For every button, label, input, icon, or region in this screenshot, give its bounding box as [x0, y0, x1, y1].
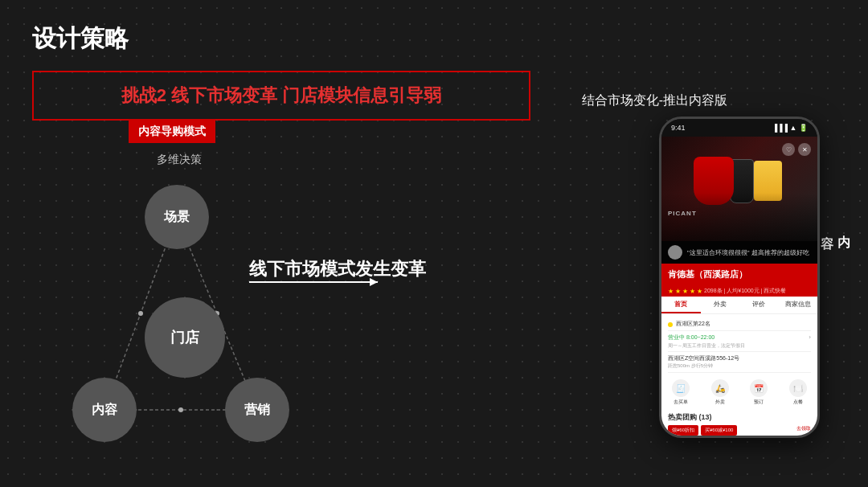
- content-mode-label: 内容导购模式: [129, 121, 215, 143]
- action-delivery[interactable]: 🛵 外卖: [711, 379, 729, 406]
- booking-label: 预订: [754, 399, 764, 406]
- node-scene: 场景: [145, 185, 209, 249]
- center-arrow: [249, 281, 378, 283]
- deal-tag-1[interactable]: 领¥60折扣: [668, 425, 698, 436]
- nav-review[interactable]: 评价: [739, 297, 779, 313]
- phone-actions: 🧾 去买单 🛵 外卖 📅 预订 🍽️ 点餐: [661, 376, 817, 409]
- challenge-label: 挑战2 线下市场变革 门店模块信息引导弱: [121, 85, 441, 105]
- hours-arrow: ›: [809, 334, 811, 341]
- receive-btn[interactable]: 去领取: [796, 425, 811, 436]
- star-1: ★: [668, 288, 674, 295]
- node-store: 门店: [145, 297, 225, 378]
- avatar-row: "这里适合环境很很很" 超高推荐的超级好吃: [661, 241, 817, 264]
- hours-row: 营业中 8:00~22:00 周一～周五工作日营业，法定节假日 ›: [668, 331, 811, 353]
- nav-merchant-info[interactable]: 商家信息: [779, 297, 818, 313]
- close-btn[interactable]: ✕: [798, 143, 811, 156]
- action-booking[interactable]: 📅 预订: [750, 379, 768, 406]
- rank-text: 西湖区第22名: [676, 320, 710, 328]
- svg-point-3: [138, 311, 143, 316]
- phone-time: 9:41: [671, 124, 686, 132]
- action-buy[interactable]: 🧾 去买单: [672, 379, 690, 406]
- hot-deals: 热卖团购 (13) 领¥60折扣 买¥60减¥100 去领取: [661, 409, 817, 438]
- store-details: 西湖区第22名 营业中 8:00~22:00 周一～周五工作日营业，法定节假日 …: [661, 314, 817, 376]
- challenge-banner: 挑战2 线下市场变革 门店模块信息引导弱: [32, 71, 530, 121]
- video-controls: ♡ ✕: [782, 143, 811, 156]
- multi-dim-text: 多维决策: [157, 153, 202, 167]
- dining-label: 点餐: [793, 399, 803, 406]
- phone-mockup: 9:41 ▐▐▐ ▲ 🔋 PICANT ♡ ✕ "这里适合环境很很很" 超高推荐…: [659, 117, 820, 438]
- buy-label: 去买单: [674, 399, 688, 406]
- buy-icon: 🧾: [672, 379, 690, 397]
- triangle-container: 场景 门店 内容 营销: [56, 169, 313, 426]
- node-content: 内容: [72, 378, 137, 442]
- store-name: 肯德基（西溪路店）: [668, 268, 747, 280]
- deals-tags: 领¥60折扣 买¥60减¥100 去领取: [668, 425, 811, 436]
- star-3: ★: [682, 288, 688, 295]
- star-4: ★: [690, 288, 695, 295]
- address-sub: 距您500m 步行5分钟: [668, 362, 739, 370]
- star-5: ★: [697, 288, 702, 295]
- stars-row: ★ ★ ★ ★ ★ 2098条 | 人均¥1000元 | 西式快餐: [661, 285, 817, 297]
- hours-text: 营业中 8:00~22:00 周一～周五工作日营业，法定节假日: [668, 334, 745, 350]
- hot-deals-title: 热卖团购 (13): [668, 412, 811, 423]
- booking-icon: 📅: [750, 379, 768, 397]
- rank-row: 西湖区第22名: [668, 317, 811, 331]
- rank-dot: [668, 322, 673, 327]
- address-row: 西湖区Z空间西溪路556-12号 距您500m 步行5分钟: [668, 352, 811, 373]
- action-dining[interactable]: 🍽️ 点餐: [789, 379, 807, 406]
- phone-status-bar: 9:41 ▐▐▐ ▲ 🔋: [661, 119, 817, 137]
- delivery-icon: 🛵: [711, 379, 729, 397]
- phone-hero: PICANT ♡ ✕: [661, 137, 817, 241]
- delivery-label: 外卖: [715, 399, 725, 406]
- diagram-area: 内容导购模式 多维决策 场景 门店 内容 营销: [32, 121, 530, 442]
- svg-point-5: [178, 407, 183, 412]
- avatar: [668, 245, 682, 260]
- phone-signal: ▐▐▐ ▲ 🔋: [772, 124, 808, 132]
- dining-icon: 🍽️: [789, 379, 807, 397]
- phone-nav: 首页 外卖 评价 商家信息: [661, 297, 817, 314]
- page-title: 设计策略: [32, 23, 129, 55]
- rating-text: 2098条 | 人均¥1000元 | 西式快餐: [704, 287, 786, 295]
- nav-delivery[interactable]: 外卖: [701, 297, 740, 313]
- address-text: 西湖区Z空间西溪路556-12号: [668, 354, 739, 362]
- store-header: 肯德基（西溪路店）: [661, 264, 817, 285]
- nav-home[interactable]: 首页: [661, 297, 701, 313]
- hero-overlay: [661, 193, 817, 241]
- heart-btn[interactable]: ♡: [782, 143, 795, 156]
- right-panel-title: 结合市场变化-推出内容版: [582, 92, 727, 109]
- center-revolution-text: 线下市场模式发生变革: [249, 257, 426, 281]
- star-2: ★: [675, 288, 681, 295]
- node-marketing: 营销: [225, 378, 289, 442]
- avatar-caption: "这里适合环境很很很" 超高推荐的超级好吃: [687, 248, 811, 257]
- deal-tag-2[interactable]: 买¥60减¥100: [701, 425, 737, 436]
